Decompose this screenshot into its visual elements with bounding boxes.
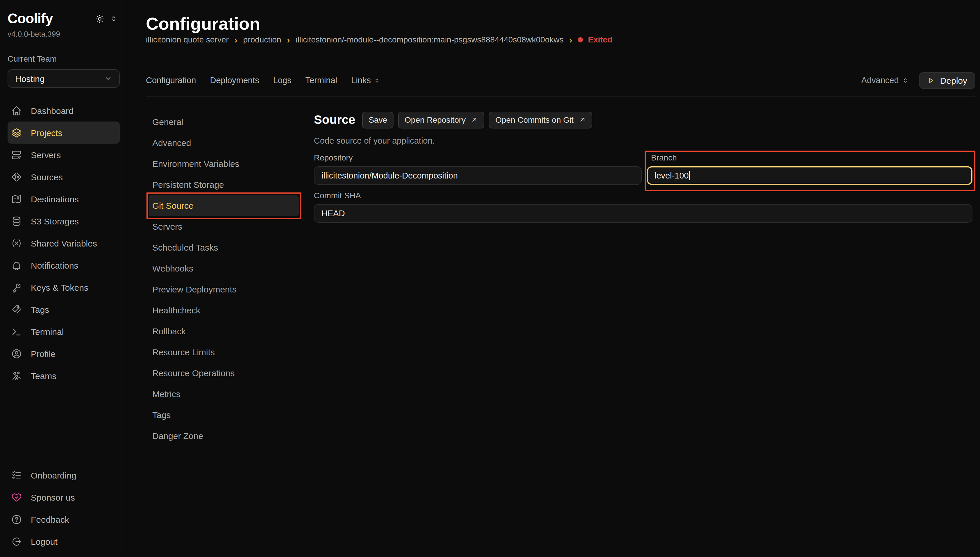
deploy-label: Deploy (940, 75, 967, 85)
subnav-item-preview-deployments[interactable]: Preview Deployments (149, 279, 299, 300)
sidebar-item-keys-tokens[interactable]: Keys & Tokens (8, 276, 120, 298)
tab-terminal[interactable]: Terminal (306, 76, 337, 85)
app-root: Coolify v4.0.0-beta.399 Current Team Hos… (0, 0, 980, 557)
tab-deployments[interactable]: Deployments (210, 76, 259, 85)
sidebar-item-servers[interactable]: Servers (8, 143, 120, 166)
updown-chevrons-icon (902, 77, 909, 84)
sidebar-nav: Dashboard Projects Servers (8, 99, 120, 387)
sidebar-item-label: Projects (31, 128, 62, 137)
subnav-item-metrics[interactable]: Metrics (149, 383, 299, 404)
open-repository-button[interactable]: Open Repository (398, 111, 484, 128)
config-subnav: General Advanced Environment Variables P… (146, 104, 302, 557)
subnav-item-servers[interactable]: Servers (149, 216, 299, 237)
sidebar-item-logout[interactable]: Logout (8, 530, 120, 552)
play-icon (927, 77, 935, 84)
tags-icon (11, 304, 22, 315)
breadcrumb-application[interactable]: illicitestonion/-module--decomposition:m… (296, 35, 564, 44)
deploy-button[interactable]: Deploy (919, 72, 975, 89)
subnav-item-tags[interactable]: Tags (149, 404, 299, 425)
repository-field: Repository illicitestonion/Module-Decomp… (314, 153, 642, 185)
tab-links[interactable]: Links (351, 76, 380, 85)
subnav-item-label: Git Source (152, 200, 193, 210)
text-cursor (689, 171, 690, 180)
sidebar-item-feedback[interactable]: Feedback (8, 508, 120, 530)
source-panel: Source Save Open Repository Open Commits… (302, 104, 975, 557)
database-icon (11, 215, 22, 226)
tab-label: Terminal (306, 76, 337, 85)
logo-row: Coolify (8, 10, 120, 27)
home-icon (11, 105, 22, 116)
tab-logs[interactable]: Logs (273, 76, 291, 85)
breadcrumb-environment[interactable]: production (243, 35, 281, 44)
sidebar-item-label: Servers (31, 150, 61, 160)
updown-chevrons-icon (374, 77, 380, 84)
subnav-item-git-source[interactable]: Git Source (149, 195, 299, 216)
external-link-icon (471, 116, 478, 123)
sidebar-item-label: Shared Variables (31, 238, 97, 248)
theme-sun-icon[interactable] (95, 14, 105, 24)
current-team-label: Current Team (8, 54, 120, 64)
subnav-item-resource-operations[interactable]: Resource Operations (149, 363, 299, 383)
subnav-item-environment-variables[interactable]: Environment Variables (149, 153, 299, 174)
tab-configuration[interactable]: Configuration (146, 76, 196, 85)
sidebar-item-label: Profile (31, 349, 55, 358)
branch-label: Branch (647, 153, 972, 162)
tabs-divider (146, 96, 975, 96)
theme-switch-chevrons-icon[interactable] (111, 15, 117, 23)
sidebar-footer: Onboarding Sponsor us Feedback (8, 464, 120, 554)
subnav-item-resource-limits[interactable]: Resource Limits (149, 342, 299, 363)
external-link-icon (579, 116, 586, 123)
sidebar-item-sponsor-us[interactable]: Sponsor us (8, 486, 120, 508)
sidebar-item-s3-storages[interactable]: S3 Storages (8, 210, 120, 232)
repository-value: illicitestonion/Module-Decomposition (322, 171, 458, 180)
content: General Advanced Environment Variables P… (146, 104, 975, 557)
terminal-icon (11, 326, 22, 337)
source-heading: Source (314, 113, 355, 127)
sidebar-item-label: Sources (31, 172, 63, 182)
sidebar-item-sources[interactable]: Sources (8, 166, 120, 188)
team-select[interactable]: Hosting (8, 69, 120, 88)
subnav-item-general[interactable]: General (149, 111, 299, 132)
subnav-item-webhooks[interactable]: Webhooks (149, 258, 299, 279)
sidebar-item-profile[interactable]: Profile (8, 342, 120, 365)
advanced-menu[interactable]: Advanced (861, 76, 909, 85)
sidebar-item-dashboard[interactable]: Dashboard (8, 99, 120, 122)
sidebar-item-shared-variables[interactable]: Shared Variables (8, 232, 120, 254)
repository-input[interactable]: illicitestonion/Module-Decomposition (314, 166, 642, 185)
sidebar-item-label: Keys & Tokens (31, 282, 88, 292)
source-description: Code source of your application. (314, 136, 972, 146)
sidebar-item-projects[interactable]: Projects (8, 122, 120, 143)
commit-sha-input[interactable]: HEAD (314, 204, 972, 222)
chevron-down-icon (104, 75, 112, 83)
main-area: Configuration illicitonion quote server … (127, 0, 980, 557)
subnav-item-rollback[interactable]: Rollback (149, 321, 299, 342)
subnav-item-healthcheck[interactable]: Healthcheck (149, 300, 299, 321)
subnav-item-scheduled-tasks[interactable]: Scheduled Tasks (149, 237, 299, 258)
sidebar-item-notifications[interactable]: Notifications (8, 254, 120, 276)
status-badge: Exited (578, 35, 612, 44)
branch-input[interactable]: level-100 (647, 166, 972, 185)
sidebar-item-terminal[interactable]: Terminal (8, 320, 120, 342)
sidebar-item-tags[interactable]: Tags (8, 298, 120, 320)
sidebar-item-onboarding[interactable]: Onboarding (8, 464, 120, 486)
team-select-value: Hosting (15, 73, 45, 83)
open-commits-button[interactable]: Open Commits on Git (489, 111, 592, 128)
advanced-label: Advanced (861, 76, 899, 85)
subnav-item-persistent-storage[interactable]: Persistent Storage (149, 174, 299, 195)
breadcrumb-separator: › (569, 35, 572, 44)
save-button[interactable]: Save (362, 111, 393, 128)
subnav-item-danger-zone[interactable]: Danger Zone (149, 425, 299, 446)
branch-field: Branch level-100 (647, 153, 972, 185)
users-icon (11, 370, 22, 381)
layers-icon (11, 127, 22, 138)
save-label: Save (369, 115, 387, 124)
sidebar-item-label: Onboarding (31, 470, 76, 480)
sidebar-item-teams[interactable]: Teams (8, 365, 120, 387)
breadcrumb-separator: › (287, 35, 290, 44)
breadcrumb: illicitonion quote server › production ›… (146, 34, 975, 44)
subnav-item-advanced[interactable]: Advanced (149, 132, 299, 153)
tabs-right-cluster: Advanced Deploy (861, 72, 975, 89)
breadcrumb-project[interactable]: illicitonion quote server (146, 35, 229, 44)
sidebar-item-label: Teams (31, 371, 56, 381)
sidebar-item-destinations[interactable]: Destinations (8, 188, 120, 210)
